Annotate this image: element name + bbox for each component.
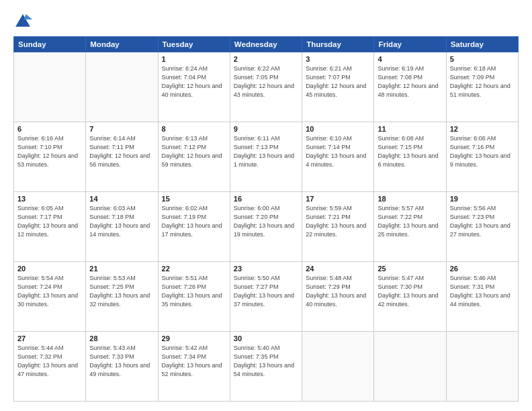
calendar-cell: 7Sunrise: 6:14 AMSunset: 7:11 PMDaylight… — [86, 122, 158, 192]
calendar-cell: 8Sunrise: 6:13 AMSunset: 7:12 PMDaylight… — [158, 122, 230, 192]
calendar-cell: 2Sunrise: 6:22 AMSunset: 7:05 PMDaylight… — [230, 52, 302, 122]
calendar-cell — [86, 52, 158, 122]
day-info: Sunrise: 5:48 AMSunset: 7:29 PMDaylight:… — [306, 274, 370, 309]
day-number: 25 — [378, 265, 442, 273]
day-number: 8 — [162, 125, 226, 133]
calendar-cell: 4Sunrise: 6:19 AMSunset: 7:08 PMDaylight… — [374, 52, 446, 122]
day-info: Sunrise: 5:54 AMSunset: 7:24 PMDaylight:… — [17, 274, 82, 309]
day-info: Sunrise: 6:24 AMSunset: 7:04 PMDaylight:… — [162, 64, 226, 99]
day-info: Sunrise: 6:06 AMSunset: 7:16 PMDaylight:… — [450, 134, 515, 169]
day-info: Sunrise: 5:46 AMSunset: 7:31 PMDaylight:… — [450, 274, 515, 309]
day-info: Sunrise: 6:21 AMSunset: 7:07 PMDaylight:… — [306, 64, 370, 99]
day-info: Sunrise: 6:02 AMSunset: 7:19 PMDaylight:… — [162, 204, 226, 239]
calendar-cell: 15Sunrise: 6:02 AMSunset: 7:19 PMDayligh… — [158, 192, 230, 262]
calendar-week-row: 1Sunrise: 6:24 AMSunset: 7:04 PMDaylight… — [14, 52, 519, 122]
day-number: 22 — [162, 265, 226, 273]
calendar-cell: 26Sunrise: 5:46 AMSunset: 7:31 PMDayligh… — [446, 262, 518, 332]
calendar-cell: 21Sunrise: 5:53 AMSunset: 7:25 PMDayligh… — [86, 262, 158, 332]
day-number: 26 — [450, 265, 515, 273]
day-info: Sunrise: 6:03 AMSunset: 7:18 PMDaylight:… — [89, 204, 154, 239]
calendar-header-row: SundayMondayTuesdayWednesdayThursdayFrid… — [14, 37, 519, 52]
calendar-cell — [374, 332, 446, 402]
calendar-cell: 17Sunrise: 5:59 AMSunset: 7:21 PMDayligh… — [302, 192, 374, 262]
day-info: Sunrise: 5:56 AMSunset: 7:23 PMDaylight:… — [450, 204, 515, 239]
calendar-cell: 27Sunrise: 5:44 AMSunset: 7:32 PMDayligh… — [14, 332, 86, 402]
day-info: Sunrise: 6:05 AMSunset: 7:17 PMDaylight:… — [17, 204, 82, 239]
calendar-cell: 22Sunrise: 5:51 AMSunset: 7:26 PMDayligh… — [158, 262, 230, 332]
calendar-cell: 23Sunrise: 5:50 AMSunset: 7:27 PMDayligh… — [230, 262, 302, 332]
day-info: Sunrise: 6:14 AMSunset: 7:11 PMDaylight:… — [89, 134, 154, 169]
calendar-cell: 12Sunrise: 6:06 AMSunset: 7:16 PMDayligh… — [446, 122, 518, 192]
day-number: 18 — [378, 195, 442, 203]
logo — [13, 12, 35, 31]
day-number: 28 — [89, 334, 154, 342]
calendar-header-thursday: Thursday — [302, 37, 374, 52]
day-info: Sunrise: 6:19 AMSunset: 7:08 PMDaylight:… — [378, 64, 442, 99]
day-number: 9 — [234, 125, 298, 133]
day-info: Sunrise: 6:08 AMSunset: 7:15 PMDaylight:… — [378, 134, 442, 169]
day-number: 23 — [234, 265, 298, 273]
day-number: 13 — [17, 195, 82, 203]
day-number: 4 — [378, 55, 442, 63]
calendar-header-saturday: Saturday — [446, 37, 518, 52]
day-number: 2 — [234, 55, 298, 63]
calendar-header-wednesday: Wednesday — [230, 37, 302, 52]
day-number: 7 — [89, 125, 154, 133]
calendar-cell: 24Sunrise: 5:48 AMSunset: 7:29 PMDayligh… — [302, 262, 374, 332]
calendar-cell: 25Sunrise: 5:47 AMSunset: 7:30 PMDayligh… — [374, 262, 446, 332]
day-info: Sunrise: 6:22 AMSunset: 7:05 PMDaylight:… — [234, 64, 298, 99]
calendar-cell: 16Sunrise: 6:00 AMSunset: 7:20 PMDayligh… — [230, 192, 302, 262]
calendar-week-row: 20Sunrise: 5:54 AMSunset: 7:24 PMDayligh… — [14, 262, 519, 332]
day-info: Sunrise: 5:57 AMSunset: 7:22 PMDaylight:… — [378, 204, 442, 239]
day-number: 12 — [450, 125, 515, 133]
calendar-cell: 9Sunrise: 6:11 AMSunset: 7:13 PMDaylight… — [230, 122, 302, 192]
day-number: 20 — [17, 265, 82, 273]
day-info: Sunrise: 5:53 AMSunset: 7:25 PMDaylight:… — [89, 274, 154, 309]
calendar-cell: 14Sunrise: 6:03 AMSunset: 7:18 PMDayligh… — [86, 192, 158, 262]
calendar-cell: 20Sunrise: 5:54 AMSunset: 7:24 PMDayligh… — [14, 262, 86, 332]
calendar-cell: 6Sunrise: 6:16 AMSunset: 7:10 PMDaylight… — [14, 122, 86, 192]
calendar-cell: 1Sunrise: 6:24 AMSunset: 7:04 PMDaylight… — [158, 52, 230, 122]
day-info: Sunrise: 6:18 AMSunset: 7:09 PMDaylight:… — [450, 64, 515, 99]
day-info: Sunrise: 5:59 AMSunset: 7:21 PMDaylight:… — [306, 204, 370, 239]
calendar-cell: 5Sunrise: 6:18 AMSunset: 7:09 PMDaylight… — [446, 52, 518, 122]
svg-marker-1 — [24, 14, 32, 19]
logo-icon — [13, 12, 32, 31]
day-info: Sunrise: 5:50 AMSunset: 7:27 PMDaylight:… — [234, 274, 298, 309]
day-number: 6 — [17, 125, 82, 133]
day-info: Sunrise: 6:11 AMSunset: 7:13 PMDaylight:… — [234, 134, 298, 169]
calendar-table: SundayMondayTuesdayWednesdayThursdayFrid… — [13, 36, 519, 402]
day-info: Sunrise: 6:16 AMSunset: 7:10 PMDaylight:… — [17, 134, 82, 169]
day-number: 15 — [162, 195, 226, 203]
day-info: Sunrise: 5:42 AMSunset: 7:34 PMDaylight:… — [162, 344, 226, 379]
day-number: 24 — [306, 265, 370, 273]
calendar-header-monday: Monday — [86, 37, 158, 52]
day-number: 3 — [306, 55, 370, 63]
day-number: 16 — [234, 195, 298, 203]
day-number: 27 — [17, 334, 82, 342]
calendar-cell: 30Sunrise: 5:40 AMSunset: 7:35 PMDayligh… — [230, 332, 302, 402]
calendar-header-tuesday: Tuesday — [158, 37, 230, 52]
day-number: 14 — [89, 195, 154, 203]
day-info: Sunrise: 5:51 AMSunset: 7:26 PMDaylight:… — [162, 274, 226, 309]
calendar-week-row: 27Sunrise: 5:44 AMSunset: 7:32 PMDayligh… — [14, 332, 519, 402]
calendar-header-sunday: Sunday — [14, 37, 86, 52]
calendar-cell: 29Sunrise: 5:42 AMSunset: 7:34 PMDayligh… — [158, 332, 230, 402]
day-number: 17 — [306, 195, 370, 203]
day-info: Sunrise: 5:44 AMSunset: 7:32 PMDaylight:… — [17, 344, 82, 379]
calendar-cell: 18Sunrise: 5:57 AMSunset: 7:22 PMDayligh… — [374, 192, 446, 262]
day-number: 30 — [234, 334, 298, 342]
day-number: 5 — [450, 55, 515, 63]
page: SundayMondayTuesdayWednesdayThursdayFrid… — [0, 0, 532, 411]
day-number: 1 — [162, 55, 226, 63]
calendar-cell — [302, 332, 374, 402]
day-info: Sunrise: 5:43 AMSunset: 7:33 PMDaylight:… — [89, 344, 154, 379]
day-info: Sunrise: 5:40 AMSunset: 7:35 PMDaylight:… — [234, 344, 298, 379]
header — [13, 12, 519, 31]
day-number: 19 — [450, 195, 515, 203]
calendar-header-friday: Friday — [374, 37, 446, 52]
day-info: Sunrise: 6:10 AMSunset: 7:14 PMDaylight:… — [306, 134, 370, 169]
day-info: Sunrise: 6:13 AMSunset: 7:12 PMDaylight:… — [162, 134, 226, 169]
calendar-week-row: 6Sunrise: 6:16 AMSunset: 7:10 PMDaylight… — [14, 122, 519, 192]
day-number: 11 — [378, 125, 442, 133]
